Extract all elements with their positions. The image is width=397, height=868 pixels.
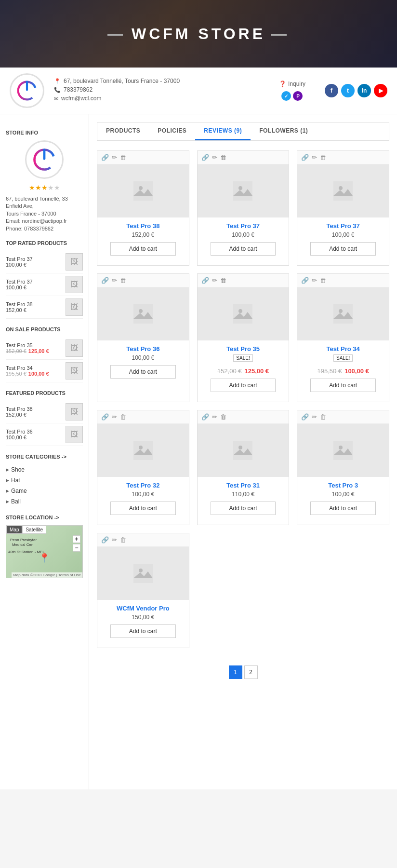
power-icon bbox=[15, 79, 39, 103]
on-sale-item[interactable]: Test Pro 35 152,00 € 125,00 € 🖼 bbox=[6, 337, 83, 360]
add-to-cart-button[interactable]: Add to cart bbox=[110, 242, 176, 256]
svg-rect-19 bbox=[333, 304, 353, 324]
share-icon[interactable]: 🔗 bbox=[101, 277, 109, 284]
delete-icon[interactable]: 🗑 bbox=[320, 154, 326, 161]
youtube-icon[interactable]: ▶ bbox=[374, 84, 387, 97]
page-1-button[interactable]: 1 bbox=[229, 665, 242, 679]
zoom-in-button[interactable]: + bbox=[73, 535, 80, 543]
delete-icon[interactable]: 🗑 bbox=[120, 413, 126, 420]
product-image bbox=[97, 424, 189, 477]
sidebar-power-icon bbox=[31, 146, 58, 173]
star-2: ★ bbox=[35, 184, 41, 191]
add-to-cart-button[interactable]: Add to cart bbox=[211, 242, 276, 256]
add-to-cart-button[interactable]: Add to cart bbox=[110, 624, 176, 638]
add-to-cart-button[interactable]: Add to cart bbox=[310, 379, 376, 392]
edit-icon[interactable]: ✏ bbox=[312, 277, 317, 284]
svg-point-32 bbox=[139, 569, 143, 572]
product-price: 152,00 € bbox=[102, 231, 184, 238]
store-logo bbox=[10, 73, 44, 108]
add-to-cart-button[interactable]: Add to cart bbox=[211, 502, 276, 515]
store-info-section-title: STORE INFO bbox=[6, 130, 83, 136]
product-name[interactable]: Test Pro 36 bbox=[102, 345, 184, 353]
edit-icon[interactable]: ✏ bbox=[112, 277, 117, 284]
tab-followers[interactable]: FOLLOWERS (1) bbox=[251, 122, 317, 140]
product-name[interactable]: Test Pro 3 bbox=[302, 482, 384, 489]
edit-icon[interactable]: ✏ bbox=[212, 154, 217, 161]
delete-icon[interactable]: 🗑 bbox=[320, 413, 326, 420]
page-2-button[interactable]: 2 bbox=[244, 665, 258, 679]
star-3: ★ bbox=[41, 184, 48, 191]
zoom-out-button[interactable]: − bbox=[73, 544, 80, 552]
share-icon[interactable]: 🔗 bbox=[201, 154, 209, 161]
share-icon[interactable]: 🔗 bbox=[301, 154, 309, 161]
product-thumb: 🖼 bbox=[66, 298, 83, 316]
product-card-actions: 🔗 ✏ 🗑 bbox=[198, 274, 289, 287]
tab-policies[interactable]: POLICIES bbox=[149, 122, 195, 140]
edit-icon[interactable]: ✏ bbox=[112, 413, 117, 420]
add-to-cart-button[interactable]: Add to cart bbox=[110, 365, 176, 379]
product-name[interactable]: WCfM Vendor Pro bbox=[102, 605, 184, 612]
product-info: Test Pro 38 152,00 € Add to cart bbox=[97, 217, 189, 265]
edit-icon[interactable]: ✏ bbox=[212, 277, 217, 284]
sidebar-logo-area bbox=[6, 140, 83, 179]
product-name[interactable]: Test Pro 35 bbox=[202, 345, 284, 353]
twitter-icon[interactable]: t bbox=[341, 84, 355, 97]
edit-icon[interactable]: ✏ bbox=[312, 154, 317, 161]
sidebar-category-item[interactable]: ▶ Hat bbox=[6, 475, 83, 486]
store-info-bar: 📍 67, boulevard Tonnellé, Tours France -… bbox=[0, 68, 397, 114]
add-to-cart-button[interactable]: Add to cart bbox=[310, 502, 376, 515]
product-name[interactable]: Test Pro 32 bbox=[102, 482, 184, 489]
svg-point-8 bbox=[238, 186, 242, 190]
product-image bbox=[198, 164, 289, 217]
share-icon[interactable]: 🔗 bbox=[301, 277, 309, 284]
inquiry-button[interactable]: ❓ Inquiry bbox=[279, 81, 305, 87]
edit-icon[interactable]: ✏ bbox=[212, 413, 217, 420]
delete-icon[interactable]: 🗑 bbox=[220, 413, 226, 420]
sidebar-category-item[interactable]: ▶ Ball bbox=[6, 496, 83, 507]
delete-icon[interactable]: 🗑 bbox=[120, 154, 126, 161]
add-to-cart-button[interactable]: Add to cart bbox=[211, 379, 276, 392]
tab-reviews[interactable]: REVIEWS (9) bbox=[195, 122, 251, 140]
share-icon[interactable]: 🔗 bbox=[201, 413, 209, 420]
add-to-cart-button[interactable]: Add to cart bbox=[110, 502, 176, 515]
tab-products[interactable]: PRODUCTS bbox=[97, 122, 149, 140]
share-icon[interactable]: 🔗 bbox=[301, 413, 309, 420]
edit-icon[interactable]: ✏ bbox=[112, 536, 117, 543]
category-arrow: ▶ bbox=[6, 478, 9, 483]
on-sale-item[interactable]: Test Pro 34 195,50 € 100,00 € 🖼 bbox=[6, 360, 83, 382]
product-name[interactable]: Test Pro 31 bbox=[202, 482, 284, 489]
on-sale-title: ON SALE PRODUCTS bbox=[6, 326, 83, 332]
product-info: Test Pro 37 100,00 € Add to cart bbox=[297, 217, 389, 265]
featured-item[interactable]: Test Pro 36 100,00 € 🖼 bbox=[6, 423, 83, 446]
map-tab-map[interactable]: Map bbox=[6, 526, 22, 534]
share-icon[interactable]: 🔗 bbox=[201, 277, 209, 284]
facebook-icon[interactable]: f bbox=[325, 84, 338, 97]
linkedin-icon[interactable]: in bbox=[357, 84, 371, 97]
top-rated-item[interactable]: Test Pro 38 152,00 € 🖼 bbox=[6, 296, 83, 319]
delete-icon[interactable]: 🗑 bbox=[220, 277, 226, 284]
sidebar-category-item[interactable]: ▶ Shoe bbox=[6, 464, 83, 475]
share-icon[interactable]: 🔗 bbox=[101, 536, 109, 543]
share-icon[interactable]: 🔗 bbox=[101, 154, 109, 161]
delete-icon[interactable]: 🗑 bbox=[220, 154, 226, 161]
product-name[interactable]: Test Pro 34 bbox=[302, 345, 384, 353]
top-rated-item[interactable]: Test Pro 37 100,00 € 🖼 bbox=[6, 273, 83, 296]
map-placeholder[interactable]: Map Satellite Penn Presbyter Medical Cen… bbox=[6, 525, 83, 578]
featured-item[interactable]: Test Pro 38 152,00 € 🖼 bbox=[6, 401, 83, 423]
product-name[interactable]: Test Pro 37 bbox=[202, 222, 284, 230]
share-icon[interactable]: 🔗 bbox=[101, 413, 109, 420]
top-rated-item[interactable]: Test Pro 37 100,00 € 🖼 bbox=[6, 251, 83, 273]
product-name[interactable]: Test Pro 37 bbox=[302, 222, 384, 230]
delete-icon[interactable]: 🗑 bbox=[320, 277, 326, 284]
map-inner: Map Satellite Penn Presbyter Medical Cen… bbox=[6, 526, 82, 578]
svg-point-29 bbox=[339, 446, 343, 449]
edit-icon[interactable]: ✏ bbox=[312, 413, 317, 420]
delete-icon[interactable]: 🗑 bbox=[120, 536, 126, 543]
sidebar-category-item[interactable]: ▶ Game bbox=[6, 486, 83, 496]
add-to-cart-button[interactable]: Add to cart bbox=[310, 242, 376, 256]
product-name[interactable]: Test Pro 38 bbox=[102, 222, 184, 230]
edit-icon[interactable]: ✏ bbox=[112, 154, 117, 161]
product-price: 110,00 € bbox=[202, 491, 284, 498]
delete-icon[interactable]: 🗑 bbox=[120, 277, 126, 284]
map-tab-satellite[interactable]: Satellite bbox=[22, 526, 46, 534]
